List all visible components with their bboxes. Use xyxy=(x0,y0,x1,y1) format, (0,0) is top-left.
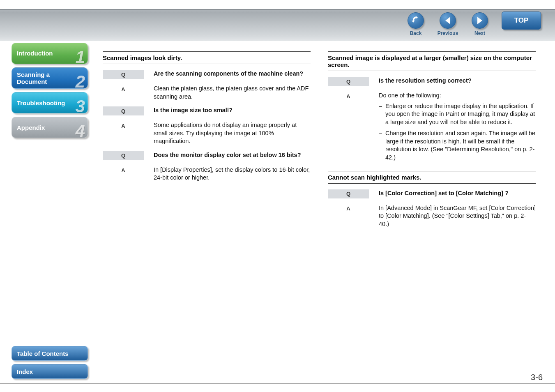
a-text: In [Advanced Mode] in ScanGear MF, set [… xyxy=(369,204,536,228)
a-intro: Do one of the following: xyxy=(379,92,441,99)
top-separator-line xyxy=(0,9,555,10)
footer-rule xyxy=(0,383,555,384)
next-button[interactable]: Next xyxy=(464,12,496,36)
a-text: Do one of the following: Enlarge or redu… xyxy=(369,92,536,165)
page-number: 3-6 xyxy=(531,373,543,382)
a-bullets: Enlarge or reduce the image display in t… xyxy=(379,102,536,162)
sidebar-item-appendix[interactable]: Appendix 4 xyxy=(12,117,88,138)
q-label: Q xyxy=(103,106,144,115)
sidebar-item-label: Troubleshooting xyxy=(17,99,65,106)
q-text: Does the monitor display color set at be… xyxy=(144,151,301,159)
sidebar-item-number: 2 xyxy=(76,72,85,92)
list-item: Enlarge or reduce the image display in t… xyxy=(379,102,536,127)
sidebar-item-introduction[interactable]: Introduction 1 xyxy=(12,43,88,64)
top-nav: Back Previous Next TOP xyxy=(400,12,541,36)
right-column: Scanned image is displayed at a larger (… xyxy=(328,51,536,234)
top-button[interactable]: TOP xyxy=(502,12,541,30)
sidebar-item-label: Introduction xyxy=(17,50,53,57)
toc-button[interactable]: Table of Contents xyxy=(12,346,88,361)
list-item: Change the resolution and scan again. Th… xyxy=(379,129,536,161)
sidebar: Introduction 1 Scanning a Document 2 Tro… xyxy=(12,43,88,141)
a-label: A xyxy=(328,204,369,213)
main-content: Scanned images look dirty. Q Are the sca… xyxy=(103,51,538,234)
back-icon xyxy=(408,12,424,29)
previous-icon xyxy=(440,12,456,29)
previous-button[interactable]: Previous xyxy=(432,12,464,36)
q-text: Are the scanning components of the machi… xyxy=(144,70,303,78)
back-button[interactable]: Back xyxy=(400,12,432,36)
back-label: Back xyxy=(410,30,422,36)
bottom-tabs: Table of Contents Index xyxy=(12,343,88,379)
q-label: Q xyxy=(103,70,144,79)
a-text: Clean the platen glass, the platen glass… xyxy=(144,85,311,101)
q-label: Q xyxy=(328,77,369,86)
sidebar-item-troubleshooting[interactable]: Troubleshooting 3 xyxy=(12,92,88,113)
q-text: Is [Color Correction] set to [Color Matc… xyxy=(369,189,509,198)
a-text: In [Display Properties], set the display… xyxy=(144,166,311,182)
q-text: Is the image size too small? xyxy=(144,106,233,115)
sidebar-item-label: Appendix xyxy=(17,124,45,131)
q-label: Q xyxy=(103,151,144,160)
sidebar-item-number: 3 xyxy=(76,97,85,116)
issue-title: Scanned image is displayed at a larger (… xyxy=(328,51,536,71)
left-column: Scanned images look dirty. Q Are the sca… xyxy=(103,51,311,234)
sidebar-item-number: 4 xyxy=(76,121,85,141)
sidebar-item-number: 1 xyxy=(76,47,85,67)
sidebar-item-label: Scanning a Document xyxy=(17,71,50,85)
sidebar-item-scanning[interactable]: Scanning a Document 2 xyxy=(12,67,88,89)
issue-title: Cannot scan highlighted marks. xyxy=(328,171,536,184)
issue-title: Scanned images look dirty. xyxy=(103,51,311,64)
previous-label: Previous xyxy=(438,30,458,36)
a-text: Some applications do not display an imag… xyxy=(144,121,311,145)
a-label: A xyxy=(103,85,144,94)
index-button[interactable]: Index xyxy=(12,364,88,379)
a-label: A xyxy=(103,121,144,130)
a-label: A xyxy=(328,92,369,101)
next-icon xyxy=(472,12,488,29)
a-label: A xyxy=(103,166,144,175)
q-label: Q xyxy=(328,189,369,198)
q-text: Is the resolution setting correct? xyxy=(369,77,472,85)
next-label: Next xyxy=(474,30,485,36)
